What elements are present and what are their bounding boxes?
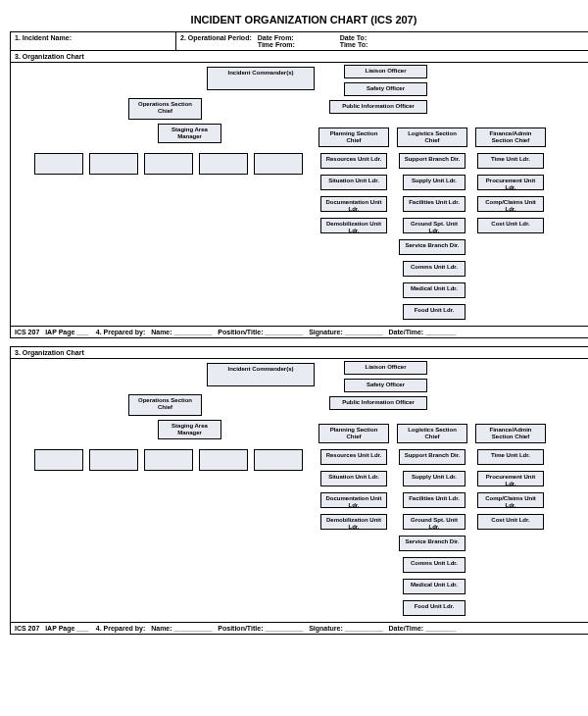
- footer-datetime: Date/Time:: [389, 329, 424, 335]
- box-time-unit: Time Unit Ldr.: [477, 449, 544, 465]
- box-ground-spt-unit: Ground Spt. Unit Ldr.: [403, 218, 466, 233]
- form-1: 1. Incident Name: 2. Operational Period:…: [10, 31, 588, 338]
- box-cost-unit: Cost Unit Ldr.: [477, 218, 544, 233]
- box-procurement-unit: Procurement Unit Ldr.: [477, 471, 544, 486]
- empty-box: [144, 153, 193, 175]
- box-ops-section-chief: Operations Section Chief: [128, 394, 202, 416]
- field-op-period: 2. Operational Period: Date From: Time F…: [176, 32, 588, 50]
- box-liaison-officer: Liaison Officer: [344, 65, 427, 78]
- box-food-unit: Food Unit Ldr.: [403, 304, 466, 320]
- box-ops-section-chief: Operations Section Chief: [128, 98, 202, 120]
- footer-row: ICS 207 IAP Page ___ 4. Prepared by: Nam…: [11, 326, 588, 337]
- footer-prepared-by: 4. Prepared by:: [96, 329, 146, 335]
- empty-box: [254, 153, 303, 175]
- footer-name: Name:: [151, 329, 172, 335]
- box-pio: Public Information Officer: [329, 100, 427, 114]
- box-support-branch: Support Branch Dir.: [399, 153, 466, 169]
- box-cost-unit: Cost Unit Ldr.: [477, 514, 544, 530]
- box-food-unit: Food Unit Ldr.: [403, 600, 466, 616]
- box-demob-unit: Demobilization Unit Ldr.: [320, 514, 387, 530]
- box-situation-unit: Situation Unit Ldr.: [320, 471, 387, 486]
- box-medical-unit: Medical Unit Ldr.: [403, 579, 466, 594]
- box-documentation-unit: Documentation Unit Ldr.: [320, 492, 387, 508]
- box-documentation-unit: Documentation Unit Ldr.: [320, 196, 387, 212]
- box-liaison-officer: Liaison Officer: [344, 361, 427, 375]
- empty-box: [89, 153, 138, 175]
- box-supply-unit: Supply Unit Ldr.: [403, 471, 466, 486]
- footer-iap: IAP Page ___: [45, 329, 88, 335]
- empty-box: [199, 449, 248, 471]
- footer-position: Position/Title:: [218, 625, 263, 632]
- chart-area: Incident Commander(s) Liaison Officer Sa…: [11, 63, 588, 326]
- box-pio: Public Information Officer: [329, 396, 427, 410]
- footer-datetime: Date/Time:: [389, 625, 424, 632]
- footer-ics: ICS 207: [15, 625, 39, 632]
- box-staging-area-mgr: Staging Area Manager: [158, 420, 221, 439]
- box-comms-unit: Comms Unit Ldr.: [403, 557, 466, 573]
- box-planning-chief: Planning Section Chief: [318, 424, 389, 443]
- empty-box: [34, 153, 83, 175]
- box-logistics-chief: Logistics Section Chief: [397, 128, 467, 147]
- box-logistics-chief: Logistics Section Chief: [397, 424, 467, 443]
- box-resources-unit: Resources Unit Ldr.: [320, 449, 387, 465]
- box-finance-chief: Finance/Admin Section Chief: [475, 424, 546, 443]
- op-period-label: 2. Operational Period:: [180, 34, 252, 48]
- date-from-label: Date From:: [258, 34, 294, 41]
- box-facilities-unit: Facilities Unit Ldr.: [403, 492, 466, 508]
- box-finance-chief: Finance/Admin Section Chief: [475, 128, 546, 147]
- time-to-label: Time To:: [340, 41, 368, 48]
- footer-name: Name:: [151, 625, 172, 632]
- footer-ics: ICS 207: [15, 329, 39, 335]
- empty-box: [34, 449, 83, 471]
- box-comp-claims-unit: Comp/Claims Unit Ldr.: [477, 492, 544, 508]
- box-facilities-unit: Facilities Unit Ldr.: [403, 196, 466, 212]
- page-title: INCIDENT ORGANIZATION CHART (ICS 207): [10, 14, 588, 26]
- box-staging-area-mgr: Staging Area Manager: [158, 124, 221, 143]
- empty-box: [144, 449, 193, 471]
- box-planning-chief: Planning Section Chief: [318, 128, 389, 147]
- org-chart-label: 3. Organization Chart: [11, 347, 588, 359]
- box-service-branch: Service Branch Dir.: [399, 239, 466, 255]
- box-comp-claims-unit: Comp/Claims Unit Ldr.: [477, 196, 544, 212]
- time-from-label: Time From:: [258, 41, 295, 48]
- org-chart-label: 3. Organization Chart: [11, 51, 588, 63]
- footer-prepared-by: 4. Prepared by:: [96, 625, 146, 632]
- footer-row: ICS 207 IAP Page ___ 4. Prepared by: Nam…: [11, 622, 588, 634]
- box-procurement-unit: Procurement Unit Ldr.: [477, 175, 544, 190]
- form-2: 3. Organization Chart Incident Commander…: [10, 346, 588, 635]
- box-demob-unit: Demobilization Unit Ldr.: [320, 218, 387, 233]
- date-to-label: Date To:: [340, 34, 367, 41]
- box-support-branch: Support Branch Dir.: [399, 449, 466, 465]
- box-incident-commander: Incident Commander(s): [207, 67, 315, 90]
- box-safety-officer: Safety Officer: [344, 82, 427, 96]
- empty-box: [199, 153, 248, 175]
- box-comms-unit: Comms Unit Ldr.: [403, 261, 466, 277]
- box-situation-unit: Situation Unit Ldr.: [320, 175, 387, 190]
- box-medical-unit: Medical Unit Ldr.: [403, 282, 466, 298]
- footer-position: Position/Title:: [218, 329, 263, 335]
- empty-box: [254, 449, 303, 471]
- chart-area: Incident Commander(s) Liaison Officer Sa…: [11, 359, 588, 622]
- box-time-unit: Time Unit Ldr.: [477, 153, 544, 169]
- footer-signature: Signature:: [309, 329, 343, 335]
- box-supply-unit: Supply Unit Ldr.: [403, 175, 466, 190]
- box-resources-unit: Resources Unit Ldr.: [320, 153, 387, 169]
- empty-box: [89, 449, 138, 471]
- box-ground-spt-unit: Ground Spt. Unit Ldr.: [403, 514, 466, 530]
- box-service-branch: Service Branch Dir.: [399, 536, 466, 551]
- field-incident-name: 1. Incident Name:: [11, 32, 176, 50]
- footer-iap: IAP Page ___: [45, 625, 88, 632]
- box-incident-commander: Incident Commander(s): [207, 363, 315, 386]
- footer-signature: Signature:: [309, 625, 343, 632]
- box-safety-officer: Safety Officer: [344, 379, 427, 392]
- header-row: 1. Incident Name: 2. Operational Period:…: [11, 32, 588, 51]
